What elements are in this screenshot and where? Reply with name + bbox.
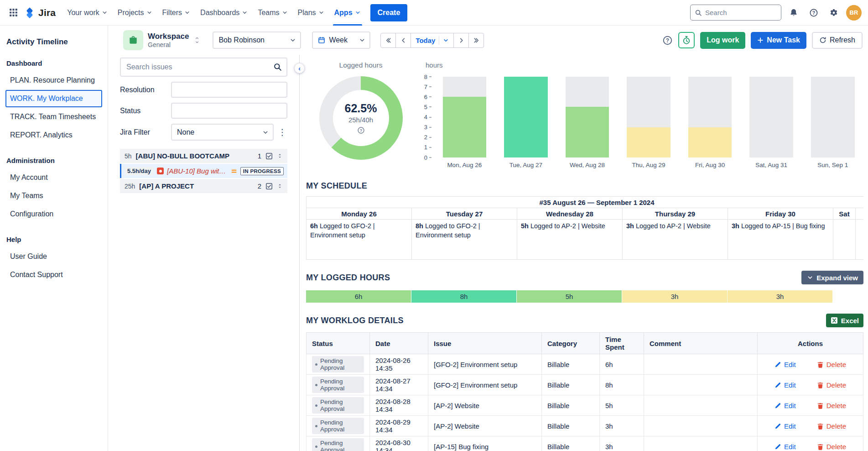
bar-column: Sat, Aug 31 [741, 77, 802, 168]
schedule-cell-thursday[interactable]: 3h Logged to AP-2 | Website [623, 220, 728, 260]
checklist-icon[interactable] [265, 183, 273, 190]
today-button[interactable]: Today [411, 33, 454, 48]
schedule-cell-monday[interactable]: 6h Logged to GFO-2 | Environment setup [307, 220, 412, 260]
schedule-cell-sunday[interactable] [856, 220, 864, 260]
previous-period-button[interactable] [395, 33, 411, 48]
workspace-expand-icon[interactable] [194, 36, 200, 44]
issue-list: 5h [ABU] NO-BULL BOOTCAMP 1 5.5h/day [AB… [120, 149, 287, 193]
sort-arrows-icon[interactable] [277, 153, 283, 159]
global-search[interactable] [690, 5, 781, 21]
timer-stopwatch-icon[interactable] [678, 32, 695, 48]
schedule-cell-tuesday[interactable]: 8h Logged to GFO-2 | Environment setup [412, 220, 517, 260]
sidebar-item-my-account[interactable]: My Account [5, 169, 102, 186]
nav-item-apps[interactable]: Apps [329, 0, 366, 26]
schedule-cell-wednesday[interactable]: 5h Logged to AP-2 | Website [517, 220, 623, 260]
nav-item-your-work[interactable]: Your work [62, 0, 113, 26]
app-switcher-icon[interactable] [5, 5, 21, 21]
sort-arrows-icon[interactable] [277, 183, 283, 189]
workspace-selector[interactable]: Workspace General [123, 30, 200, 50]
sidebar-item-track-team-timesheets[interactable]: TRACK. Team Timesheets [5, 108, 102, 126]
sidebar-item-user-guide[interactable]: User Guide [5, 248, 102, 265]
sidebar-item-configuration[interactable]: Configuration [5, 205, 102, 223]
schedule-cell-friday[interactable]: 3h Logged to AP-15 | Bug fixing [728, 220, 833, 260]
worklog-issue: [GFO-2] Environment setup [428, 375, 542, 395]
workspace-title: Workspace [148, 32, 189, 41]
notifications-bell-icon[interactable] [786, 5, 801, 21]
y-axis-tick: 6 [416, 94, 431, 100]
my-worklog-details-title: MY WORKLOG DETAILS [306, 316, 404, 325]
nav-item-teams[interactable]: Teams [253, 0, 292, 26]
delete-button[interactable]: Delete [817, 361, 846, 368]
nav-item-dashboards[interactable]: Dashboards [195, 0, 253, 26]
sidebar-item-report-analytics[interactable]: REPORT. Analytics [5, 126, 102, 144]
more-options-kebab-icon[interactable]: ⋮ [277, 128, 287, 136]
edit-button[interactable]: Edit [774, 402, 796, 409]
project-group-row[interactable]: 5h [ABU] NO-BULL BOOTCAMP 1 [120, 149, 287, 163]
entry-text: Logged to GFO-2 | Environment setup [416, 222, 480, 239]
delete-button[interactable]: Delete [817, 443, 846, 451]
new-task-button[interactable]: New Task [751, 32, 806, 49]
period-select[interactable]: Week [312, 31, 370, 49]
export-excel-button[interactable]: Excel [826, 314, 863, 327]
issue-row-selected[interactable]: 5.5h/day [ABU-10] Bug with integrations … [120, 164, 287, 178]
sidebar-item-my-teams[interactable]: My Teams [5, 187, 102, 205]
chevron-down-icon [102, 10, 108, 16]
excel-icon [831, 317, 838, 324]
worklog-row: Pending Approval 2024-08-30 14:34 [AP-15… [307, 436, 863, 451]
refresh-icon [819, 37, 826, 44]
help-icon[interactable]: ? [806, 5, 821, 21]
sidebar-heading-administration: Administration [6, 157, 101, 164]
nav-item-filters[interactable]: Filters [157, 0, 196, 26]
refresh-button[interactable]: Refresh [812, 32, 863, 49]
nav-item-projects[interactable]: Projects [113, 0, 157, 26]
plugin-sidebar: Activity Timeline Dashboard PLAN. Resour… [0, 26, 108, 451]
next-period-button[interactable] [453, 33, 469, 48]
issue-search-input[interactable] [120, 58, 287, 77]
project-group-row[interactable]: 25h [AP] A PROJECT 2 [120, 179, 287, 193]
trash-icon [817, 443, 824, 450]
group-hours: 25h [125, 183, 135, 190]
user-avatar[interactable]: BR [846, 5, 862, 21]
delete-label: Delete [826, 361, 846, 368]
edit-button[interactable]: Edit [774, 443, 796, 451]
day-header: Wednesday 28 [517, 208, 623, 220]
nav-item-plans[interactable]: Plans [293, 0, 329, 26]
sidebar-item-plan-resource-planning[interactable]: PLAN. Resource Planning [5, 72, 102, 89]
delete-button[interactable]: Delete [817, 402, 846, 409]
donut-help-icon[interactable]: ? [357, 126, 365, 134]
chevron-down-icon[interactable] [443, 37, 449, 43]
edit-button[interactable]: Edit [774, 361, 796, 368]
delete-button[interactable]: Delete [817, 381, 846, 389]
collapse-panel-icon[interactable]: ‹ [294, 63, 305, 73]
first-period-button[interactable] [380, 33, 396, 48]
search-icon[interactable] [273, 63, 282, 71]
worklog-time-spent: 3h [600, 416, 644, 436]
edit-label: Edit [784, 381, 796, 389]
user-select[interactable]: Bob Robinson [213, 31, 301, 49]
checklist-icon[interactable] [265, 152, 273, 160]
status-input[interactable] [171, 103, 287, 119]
status-text: Pending Approval [320, 419, 360, 433]
edit-button[interactable]: Edit [774, 422, 796, 430]
issue-summary[interactable]: [ABU-10] Bug with integrations [167, 167, 228, 175]
jira-logo[interactable]: Jira [23, 7, 60, 19]
today-label: Today [416, 37, 435, 44]
delete-button[interactable]: Delete [817, 422, 846, 430]
workspace-toolbar: Workspace General Bob Robinson Week [108, 26, 868, 55]
pencil-icon [774, 382, 781, 388]
sidebar-item-contact-support[interactable]: Contact Support [5, 266, 102, 283]
schedule-cell-saturday[interactable] [833, 220, 856, 260]
edit-button[interactable]: Edit [774, 381, 796, 389]
toolbar-help-icon[interactable]: ? [662, 35, 673, 46]
log-work-button[interactable]: Log work [700, 32, 745, 49]
sidebar-item-work-my-workplace[interactable]: WORK. My Workplace [5, 90, 102, 107]
resolution-input[interactable] [171, 82, 287, 98]
global-search-input[interactable] [705, 9, 777, 16]
create-button[interactable]: Create [370, 4, 408, 21]
issue-status-lozenge: IN PROGRESS [240, 167, 284, 175]
jira-filter-select[interactable]: None [171, 124, 274, 141]
settings-gear-icon[interactable] [826, 5, 842, 21]
day-header: Thursday 29 [623, 208, 728, 220]
expand-view-button[interactable]: Expand view [801, 271, 863, 284]
last-period-button[interactable] [468, 33, 484, 48]
